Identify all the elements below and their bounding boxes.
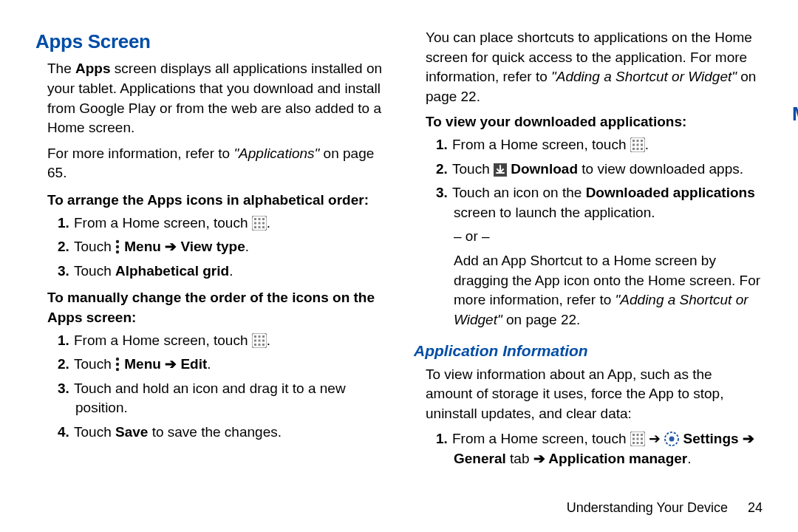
chapter-title: Understanding Your Device	[567, 500, 728, 515]
steps-downloaded: 1.From a Home screen, touch . 2.Touch Do…	[436, 135, 763, 222]
instr-alphabetical: To arrange the Apps icons in alphabetica…	[47, 191, 384, 211]
step: 3.Touch an icon on the Downloaded applic…	[436, 183, 763, 222]
apps-grid-icon	[630, 432, 645, 446]
step: 1.From a Home screen, touch .	[436, 135, 763, 155]
instr-downloaded: To view your downloaded applications:	[426, 112, 763, 132]
apps-grid-icon	[252, 333, 267, 348]
instr-manual-order: To manually change the order of the icon…	[47, 288, 384, 327]
shortcut-note: You can place shortcuts to applications …	[426, 28, 763, 106]
page-columns: Apps Screen The Apps screen displays all…	[35, 28, 763, 479]
steps-manual-order: 1.From a Home screen, touch . 2.Touch Me…	[58, 331, 384, 443]
step: 1.From a Home screen, touch .	[58, 214, 384, 233]
page-footer: Understanding Your Device 24	[567, 499, 763, 517]
step: 4.Touch Save to save the changes.	[58, 423, 384, 443]
apps-grid-icon	[252, 216, 267, 231]
or-divider: – or –	[454, 227, 763, 247]
step: 3.Touch and hold an icon and drag it to …	[58, 379, 384, 418]
page-number: 24	[748, 500, 763, 515]
step: 3.Touch Alphabetical grid.	[58, 262, 384, 282]
heading-apps-screen: Apps Screen	[35, 28, 384, 55]
apps-crossref: For more information, refer to "Applicat…	[47, 144, 384, 183]
download-icon	[494, 163, 507, 177]
step: 1.From a Home screen, touch .	[58, 331, 384, 351]
step: 2.Touch Menu ➔ Edit.	[58, 355, 384, 375]
heading-multi-window: Multi Window	[792, 100, 798, 127]
app-info-intro: To view information about an App, such a…	[426, 365, 763, 424]
step: 2.Touch Menu ➔ View type.	[58, 237, 384, 257]
heading-app-info: Application Information	[414, 340, 763, 361]
step: 2.Touch Download to view downloaded apps…	[436, 160, 763, 180]
apps-intro: The Apps screen displays all application…	[47, 59, 384, 137]
shortcut-drag-note: Add an App Shortcut to a Home screen by …	[454, 251, 763, 330]
settings-gear-icon	[664, 432, 679, 446]
step: 1.From a Home screen, touch ➔ Settings ➔…	[436, 429, 763, 468]
apps-grid-icon	[630, 137, 645, 152]
menu-dots-icon	[115, 357, 120, 372]
steps-alphabetical: 1.From a Home screen, touch . 2.Touch Me…	[58, 214, 384, 282]
menu-dots-icon	[115, 239, 120, 254]
